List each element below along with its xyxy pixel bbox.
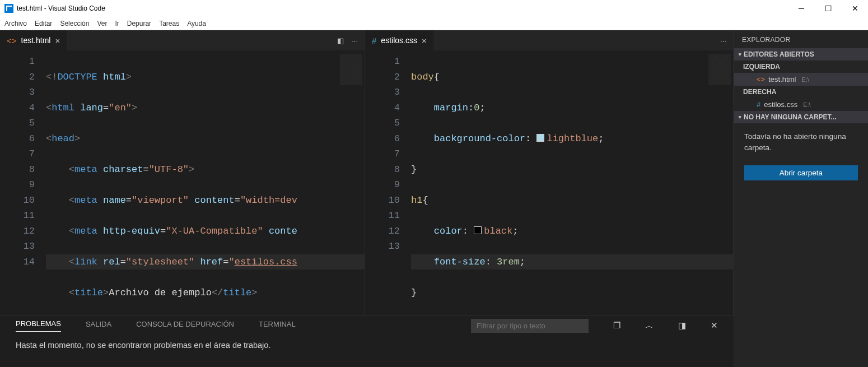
maximize-button[interactable]: ☐ — [820, 4, 837, 13]
color-swatch-lightblue — [536, 134, 544, 142]
section-no-folder[interactable]: ▾ NO HAY NINGUNA CARPET... — [734, 111, 868, 123]
panel-tab-terminal[interactable]: TERMINAL — [259, 320, 296, 332]
tab-test-html[interactable]: <> test.html × — [0, 30, 67, 50]
tab-label: estilos.css — [381, 36, 417, 45]
more-actions-icon[interactable]: ··· — [720, 36, 726, 45]
html-file-icon: <> — [7, 36, 17, 45]
menubar: Archivo Editar Selección Ver Ir Depurar … — [0, 17, 868, 30]
code-area-right[interactable]: 12345678910111213 body{ margin:0; backgr… — [365, 50, 733, 315]
close-tab-icon[interactable]: × — [422, 36, 427, 45]
bottom-panel: PROBLEMAS SALIDA CONSOLA DE DEPURACIÓN T… — [0, 315, 734, 367]
minimize-button[interactable]: ─ — [793, 4, 810, 13]
group-left-label: IZQUIERDA — [734, 61, 868, 73]
open-editor-test-html[interactable]: <> test.html E:\ — [734, 73, 868, 86]
vscode-logo-icon — [4, 4, 13, 13]
panel-tab-problemas[interactable]: PROBLEMAS — [16, 319, 61, 332]
close-window-button[interactable]: ✕ — [847, 4, 864, 13]
css-file-icon: # — [372, 36, 376, 45]
html-file-icon: <> — [757, 75, 765, 83]
window-title: test.html - Visual Studio Code — [17, 4, 105, 12]
menu-depurar[interactable]: Depurar — [127, 20, 151, 27]
menu-archivo[interactable]: Archivo — [4, 20, 27, 27]
tab-estilos-css[interactable]: # estilos.css × — [365, 30, 433, 50]
panel-tab-consola[interactable]: CONSOLA DE DEPURACIÓN — [136, 320, 234, 332]
tabbar-left: <> test.html × ◧ ··· — [0, 30, 365, 50]
close-tab-icon[interactable]: × — [55, 36, 60, 45]
explorer-title: EXPLORADOR — [734, 30, 868, 48]
editor-pane-right: # estilos.css × ··· 12345678910111213 bo… — [365, 30, 734, 315]
panel-filter-input[interactable] — [471, 319, 589, 333]
menu-editar[interactable]: Editar — [35, 20, 52, 27]
open-folder-button[interactable]: Abrir carpeta — [744, 165, 858, 180]
tab-label: test.html — [21, 36, 51, 45]
chevron-up-icon[interactable]: ︿ — [645, 320, 654, 331]
menu-ir[interactable]: Ir — [115, 20, 119, 27]
split-editor-icon[interactable]: ◧ — [337, 36, 344, 45]
open-editor-estilos-css[interactable]: # estilos.css E:\ — [734, 98, 868, 111]
menu-tareas[interactable]: Tareas — [159, 20, 179, 27]
tabbar-right: # estilos.css × ··· — [365, 30, 733, 50]
menu-seleccion[interactable]: Selección — [60, 20, 89, 27]
panel-tab-salida[interactable]: SALIDA — [86, 320, 111, 332]
collapse-all-icon[interactable]: ❐ — [613, 320, 620, 331]
menu-ayuda[interactable]: Ayuda — [187, 20, 206, 27]
window-controls: ─ ☐ ✕ — [793, 4, 864, 13]
gutter-right: 12345678910111213 — [365, 50, 411, 315]
no-folder-message: Todavía no ha abierto ninguna carpeta. — [734, 123, 868, 162]
code-lines-left: <!DOCTYPE html> <html lang="en"> <head> … — [46, 50, 365, 315]
menu-ver[interactable]: Ver — [97, 20, 107, 27]
titlebar: test.html - Visual Studio Code ─ ☐ ✕ — [0, 0, 868, 17]
code-lines-right: body{ margin:0; background-color: lightb… — [411, 50, 733, 315]
color-swatch-black — [474, 226, 482, 234]
toggle-panel-icon[interactable]: ◨ — [678, 320, 686, 331]
explorer-panel: EXPLORADOR ▾ EDITORES ABIERTOS IZQUIERDA… — [734, 30, 868, 367]
css-file-icon: # — [757, 100, 760, 109]
group-right-label: DERECHA — [734, 86, 868, 98]
minimap-left[interactable] — [340, 54, 362, 99]
chevron-down-icon: ▾ — [739, 114, 741, 120]
section-open-editors[interactable]: ▾ EDITORES ABIERTOS — [734, 48, 868, 61]
close-panel-icon[interactable]: ✕ — [711, 320, 718, 331]
panel-message: Hasta el momento, no se encontraron prob… — [0, 335, 734, 355]
gutter-left: 1234567891011121314 — [0, 50, 46, 315]
more-actions-icon[interactable]: ··· — [352, 36, 358, 45]
code-area-left[interactable]: 1234567891011121314 <!DOCTYPE html> <htm… — [0, 50, 365, 315]
chevron-down-icon: ▾ — [739, 52, 741, 57]
editor-pane-left: <> test.html × ◧ ··· 1234567891011121314… — [0, 30, 365, 315]
minimap-right[interactable] — [708, 54, 731, 99]
